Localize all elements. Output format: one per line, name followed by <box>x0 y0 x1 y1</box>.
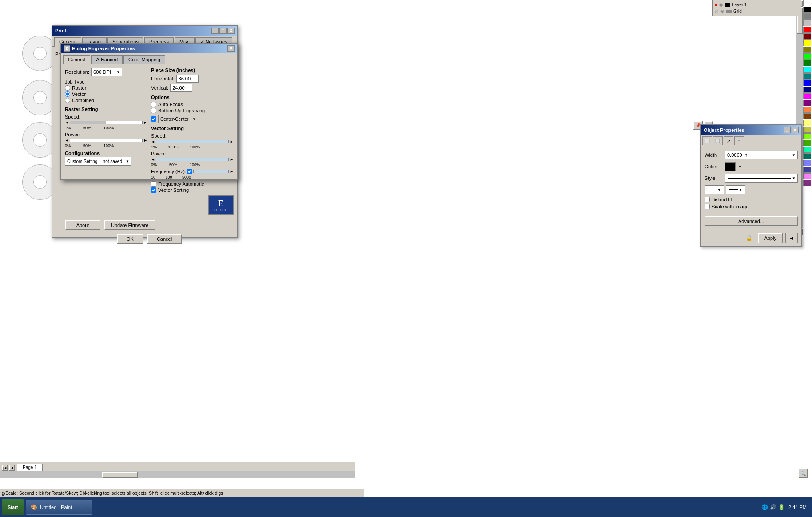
color-swatch-silver[interactable] <box>803 20 811 26</box>
epilog-close-btn[interactable]: ✕ <box>227 45 235 52</box>
vector-power-arrow-right[interactable]: ► <box>230 157 234 162</box>
vector-speed-arrow-right[interactable]: ► <box>230 139 234 144</box>
raster-speed-arrow-right[interactable]: ► <box>143 120 147 125</box>
auto-focus-checkbox[interactable] <box>151 102 156 107</box>
page-first-btn[interactable]: |◄ <box>2 465 8 471</box>
color-swatch-darkgreen[interactable] <box>803 60 811 66</box>
color-dropdown-arrow[interactable]: ▼ <box>738 165 742 169</box>
color-swatch-brown[interactable] <box>803 113 811 119</box>
update-firmware-button[interactable]: Update Firmware <box>104 220 155 230</box>
bottom-up-label: Bottom-Up Engraving <box>158 108 205 113</box>
hscroll-thumb[interactable] <box>102 472 138 478</box>
color-swatch-teal[interactable] <box>803 73 811 80</box>
about-button[interactable]: About <box>65 220 100 230</box>
advanced-button[interactable]: Advanced... <box>705 216 798 226</box>
color-swatch-navy[interactable] <box>803 87 811 93</box>
vector-radio[interactable] <box>65 91 70 97</box>
color-swatch-magenta[interactable] <box>803 93 811 99</box>
obj-props-minimize[interactable]: _ <box>784 127 791 133</box>
vector-sorting-checkbox[interactable] <box>151 187 156 193</box>
color-swatch-olive[interactable] <box>803 47 811 53</box>
cancel-button[interactable]: Cancel <box>147 234 182 244</box>
line-end-select-right[interactable]: ▼ <box>726 185 745 194</box>
width-input[interactable]: 0.0069 in ▼ <box>725 151 798 159</box>
color-swatch-lightyellow[interactable] <box>803 120 811 126</box>
page-tabs-area: |◄ ◄ Page 1 <box>0 462 355 471</box>
maximize-btn[interactable]: □ <box>219 28 227 34</box>
raster-speed-arrow-left[interactable]: ◄ <box>65 120 69 125</box>
epilog-tab-color-mapping[interactable]: Color Mapping <box>123 55 165 64</box>
color-swatch-blue[interactable] <box>803 80 811 86</box>
color-swatch-chartreuse[interactable] <box>803 133 811 139</box>
color-swatch-orange[interactable] <box>803 107 811 113</box>
freq-auto-checkbox[interactable] <box>151 181 156 187</box>
config-select[interactable]: Custom Setting -- not saved ▼ <box>65 157 131 166</box>
taskbar-paint-item[interactable]: 🎨 Untitled - Paint <box>26 500 92 515</box>
color-swatch-purple[interactable] <box>803 100 811 106</box>
color-swatch-cyan[interactable] <box>803 67 811 73</box>
freq-arrow-right[interactable]: ► <box>230 169 234 174</box>
color-swatch-green[interactable] <box>803 53 811 60</box>
resolution-select[interactable]: 600 DPI ▼ <box>91 68 122 76</box>
freq-checkbox[interactable] <box>187 169 192 174</box>
color-palette[interactable] <box>803 0 811 249</box>
vertical-input[interactable]: 24.00 <box>170 84 192 92</box>
vector-power-arrow-left[interactable]: ◄ <box>151 157 155 162</box>
epilog-dialog: E Epilog Engraver Properties ✕ General A… <box>60 43 238 180</box>
center-select[interactable]: Center-Center ▼ <box>158 115 198 123</box>
freq-slider[interactable] <box>193 170 229 173</box>
color-swatch-darkred[interactable] <box>803 33 811 40</box>
color-swatch-yellow[interactable] <box>803 40 811 46</box>
obj-props-close[interactable]: ✕ <box>792 127 799 133</box>
color-swatch-red[interactable] <box>803 27 811 33</box>
raster-power-arrow-right[interactable]: ► <box>143 138 147 143</box>
obj-tool-list[interactable]: ≡ <box>734 136 744 145</box>
color-swatch-darkpink[interactable] <box>803 180 811 186</box>
obj-tool-outline[interactable]: ⬜ <box>702 136 712 145</box>
color-swatch-pink[interactable] <box>803 173 811 179</box>
epilog-tab-general[interactable]: General <box>63 55 90 64</box>
obj-tool-arrow[interactable]: ↗ <box>724 136 733 145</box>
page-prev-btn[interactable]: ◄ <box>9 465 15 471</box>
paint-taskbar-icon: 🎨 <box>31 504 37 510</box>
raster-radio[interactable] <box>65 85 70 91</box>
vector-power-slider[interactable] <box>156 158 229 161</box>
vector-speed-slider[interactable] <box>156 140 229 143</box>
scale-with-image-checkbox[interactable] <box>705 204 710 209</box>
behind-fill-checkbox[interactable] <box>705 197 710 202</box>
color-swatch-darkteal[interactable] <box>803 153 811 159</box>
vector-sorting-label: Vector Sorting <box>158 187 189 193</box>
hscrollbar[interactable] <box>0 471 355 478</box>
bottom-up-checkbox[interactable] <box>151 108 156 113</box>
color-swatch-darkyellow[interactable] <box>803 127 811 133</box>
raster-power-slider[interactable] <box>70 139 143 142</box>
color-swatch-lightblue[interactable] <box>803 160 811 166</box>
lock-button[interactable]: 🔒 <box>743 233 755 243</box>
center-checkbox[interactable] <box>151 116 156 122</box>
color-swatch-medblue[interactable] <box>803 167 811 173</box>
apply-button[interactable]: Apply <box>758 233 783 243</box>
start-button[interactable]: Start <box>2 499 24 515</box>
page-tab-1[interactable]: Page 1 <box>17 464 43 471</box>
color-swatch-white[interactable] <box>803 0 811 6</box>
color-box[interactable] <box>725 162 736 171</box>
line-end-select-left[interactable]: ▼ <box>705 185 724 194</box>
color-swatch-black[interactable] <box>803 7 811 13</box>
zoom-widget[interactable]: 🔍 <box>799 469 808 478</box>
color-swatch-gray[interactable] <box>803 13 811 20</box>
style-select[interactable]: ▼ <box>725 174 798 183</box>
minimize-btn[interactable]: _ <box>211 28 219 34</box>
vector-speed-arrow-left[interactable]: ◄ <box>151 139 155 144</box>
combined-radio[interactable] <box>65 98 70 103</box>
raster-speed-slider[interactable] <box>70 121 143 124</box>
epilog-tab-advanced[interactable]: Advanced <box>91 55 123 64</box>
color-swatch-medgreen[interactable] <box>803 140 811 146</box>
color-swatch-aquamarine[interactable] <box>803 147 811 153</box>
line-right-arrow: ▼ <box>739 188 742 192</box>
horizontal-input[interactable]: 36.00 <box>176 75 199 83</box>
ok-button[interactable]: OK <box>117 234 143 244</box>
close-btn[interactable]: ✕ <box>227 28 235 34</box>
obj-tool-fill[interactable]: 🔲 <box>713 136 723 145</box>
raster-power-arrow-left[interactable]: ◄ <box>65 138 69 143</box>
nav-button[interactable]: ◄ <box>785 233 798 243</box>
